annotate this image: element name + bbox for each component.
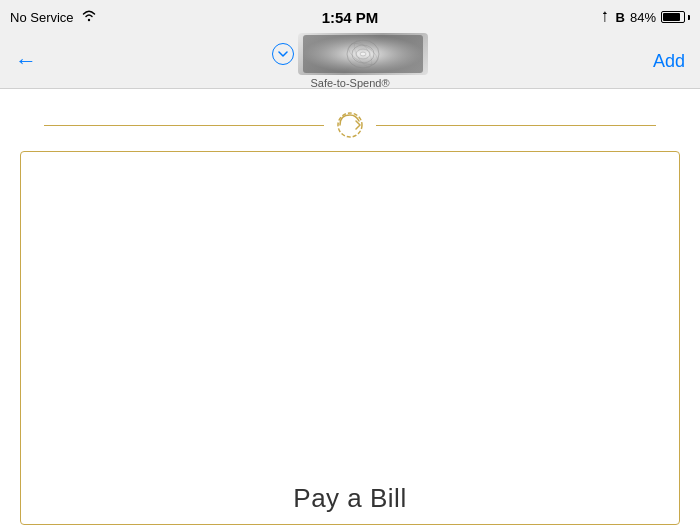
decorative-icon [334,109,366,141]
nav-center: Safe-to-Spend® [272,33,428,89]
account-label: Safe-to-Spend® [310,77,389,89]
back-button[interactable]: ← [15,48,37,74]
back-arrow-icon: ← [15,48,37,74]
account-chevron-button[interactable] [272,43,294,65]
svg-point-8 [338,113,362,137]
add-button[interactable]: Add [653,51,685,72]
svg-point-0 [87,19,89,21]
location-icon: ⭡ [599,10,611,24]
pay-bill-title: Pay a Bill [293,483,406,514]
status-bar: No Service 1:54 PM ⭡ B 84% [0,0,700,34]
card-container: Pay a Bill [20,151,680,525]
status-left: No Service [10,8,98,26]
bluetooth-icon: B [616,10,625,25]
account-image [298,33,428,75]
account-selector[interactable] [272,33,428,75]
status-time: 1:54 PM [322,9,379,26]
battery-percent: 84% [630,10,656,25]
add-label: Add [653,51,685,71]
battery-icon [661,11,690,23]
decorative-divider [0,109,700,141]
status-right: ⭡ B 84% [599,10,690,25]
main-content: Pay a Bill [0,89,700,525]
wifi-icon [80,8,98,26]
svg-rect-1 [303,35,423,73]
nav-bar: ← [0,34,700,89]
no-service-text: No Service [10,10,74,25]
